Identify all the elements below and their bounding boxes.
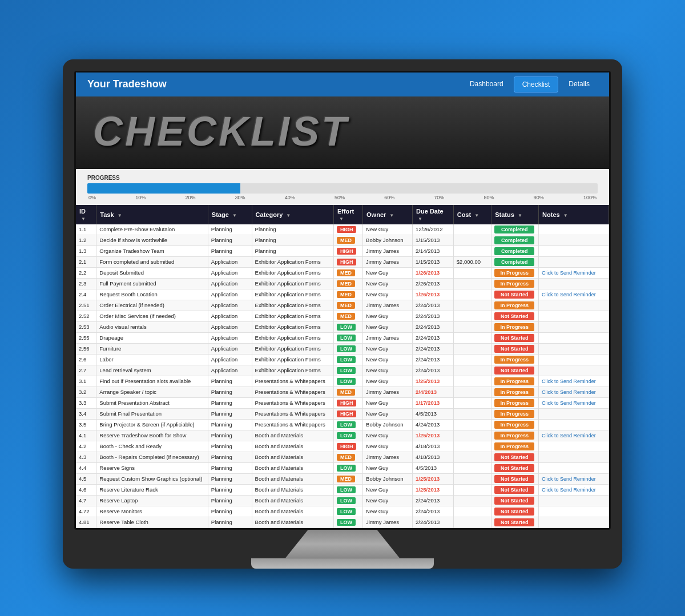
cell-category: Exhibitor Application Forms (252, 354, 333, 365)
cell-stage: Planning (208, 376, 252, 386)
cell-category: Planning (252, 224, 333, 235)
cell-owner: New Guy (363, 289, 413, 300)
cell-owner: Jimmy James (363, 517, 413, 528)
col-header-notes[interactable]: Notes ▼ (539, 205, 609, 224)
cell-task: Furniture (96, 343, 208, 354)
cell-effort: MED (333, 452, 362, 462)
cell-category: Booth and Materials (252, 452, 333, 462)
header-section: CHECKLIST (76, 96, 609, 169)
marker-20: 20% (185, 195, 195, 200)
cell-date: 4/5/2013 (413, 408, 454, 419)
cell-stage: Planning (208, 484, 252, 495)
cell-cost (453, 408, 491, 419)
cell-stage: Application (208, 256, 252, 267)
cell-cost (453, 332, 491, 343)
cell-task: Request Booth Location (96, 289, 208, 300)
cell-owner: New Guy (363, 495, 413, 506)
marker-0: 0% (88, 195, 96, 200)
marker-10: 10% (135, 195, 146, 200)
cell-task: Audio visual rentals (96, 321, 208, 332)
cell-date: 2/24/2013 (413, 311, 454, 321)
col-header-category[interactable]: Category ▼ (252, 205, 333, 224)
cell-task: Reserve Tradeshow Booth for Show (96, 430, 208, 441)
cell-notes[interactable]: Click to Send Reminder (539, 267, 609, 278)
cell-category: Booth and Materials (252, 462, 333, 473)
cell-date: 2/24/2013 (413, 332, 454, 343)
table-row: 1.1 Complete Pre-Show Evalutaion Plannin… (76, 224, 609, 235)
cell-status: In Progress (491, 441, 539, 452)
cell-stage: Planning (208, 495, 252, 506)
col-header-status[interactable]: Status ▼ (491, 205, 539, 224)
cell-id: 3.5 (76, 419, 96, 430)
cell-owner: Jimmy James (363, 245, 413, 256)
cell-notes[interactable]: Click to Send Reminder (539, 376, 609, 386)
cell-notes (539, 517, 609, 528)
marker-30: 30% (235, 195, 245, 200)
cell-cost: $2,000.00 (453, 256, 491, 267)
marker-90: 90% (534, 195, 544, 200)
nav-details[interactable]: Details (561, 77, 598, 92)
col-header-effort[interactable]: Effort ▼ (333, 205, 362, 224)
cell-task: Order Misc Services (if needed) (96, 311, 208, 321)
cell-cost (453, 321, 491, 332)
cell-notes[interactable]: Click to Send Reminder (539, 484, 609, 495)
cell-cost (453, 430, 491, 441)
cell-id: 2.51 (76, 300, 96, 311)
cell-date: 2/26/2013 (413, 278, 454, 289)
cell-task: Form completed and submitted (96, 256, 208, 267)
table-row: 1.2 Decide if show is worthwhile Plannin… (76, 235, 609, 245)
cell-effort: HIGH (333, 408, 362, 419)
progress-label: PROGRESS (87, 175, 598, 181)
col-header-date[interactable]: Due Date ▼ (413, 205, 454, 224)
cell-task: Arrange Speaker / topic (96, 386, 208, 397)
cell-task: Drapeage (96, 332, 208, 343)
cell-notes (539, 365, 609, 376)
cell-date: 2/24/2013 (413, 517, 454, 528)
cell-owner: New Guy (363, 267, 413, 278)
cell-cost (453, 441, 491, 452)
cell-status: Not Started (491, 484, 539, 495)
col-header-id[interactable]: ID ▼ (76, 205, 96, 224)
cell-effort: LOW (333, 506, 362, 517)
cell-notes[interactable]: Click to Send Reminder (539, 430, 609, 441)
cell-category: Exhibitor Application Forms (252, 289, 333, 300)
cell-date: 2/24/2013 (413, 343, 454, 354)
col-header-owner[interactable]: Owner ▼ (363, 205, 413, 224)
table-row: 2.4 Request Booth Location Application E… (76, 289, 609, 300)
cell-notes[interactable]: Click to Send Reminder (539, 289, 609, 300)
cell-category: Exhibitor Application Forms (252, 343, 333, 354)
cell-cost (453, 452, 491, 462)
cell-notes (539, 332, 609, 343)
col-header-task[interactable]: Task ▼ (96, 205, 208, 224)
cell-date: 2/24/2013 (413, 506, 454, 517)
cell-notes[interactable]: Click to Send Reminder (539, 473, 609, 484)
table-row: 3.2 Arrange Speaker / topic Planning Pre… (76, 386, 609, 397)
nav-dashboard[interactable]: Dashboard (462, 77, 511, 92)
cell-stage: Planning (208, 419, 252, 430)
cell-stage: Planning (208, 224, 252, 235)
cell-task: Labor (96, 354, 208, 365)
col-header-cost[interactable]: Cost ▼ (453, 205, 491, 224)
cell-task: Find out if Presentation slots available (96, 376, 208, 386)
cell-owner: New Guy (363, 224, 413, 235)
cell-date: 2/24/2013 (413, 365, 454, 376)
nav-checklist[interactable]: Checklist (514, 77, 559, 92)
cell-notes (539, 354, 609, 365)
cell-notes (539, 506, 609, 517)
cell-status: In Progress (491, 430, 539, 441)
cell-notes[interactable]: Click to Send Reminder (539, 386, 609, 397)
cell-task: Booth - Repairs Completed (if necessary) (96, 452, 208, 462)
cell-stage: Planning (208, 408, 252, 419)
cell-status: Not Started (491, 289, 539, 300)
cell-notes[interactable]: Click to Send Reminder (539, 397, 609, 408)
cell-status: Completed (491, 224, 539, 235)
cell-cost (453, 365, 491, 376)
col-header-stage[interactable]: Stage ▼ (208, 205, 252, 224)
cell-id: 4.3 (76, 452, 96, 462)
cell-date: 1/25/2013 (413, 430, 454, 441)
table-row: 4.4 Reserve Signs Planning Booth and Mat… (76, 462, 609, 473)
cell-id: 4.6 (76, 484, 96, 495)
cell-effort: MED (333, 386, 362, 397)
cell-cost (453, 300, 491, 311)
cell-task: Bring Projector & Screen (if Appliciable… (96, 419, 208, 430)
